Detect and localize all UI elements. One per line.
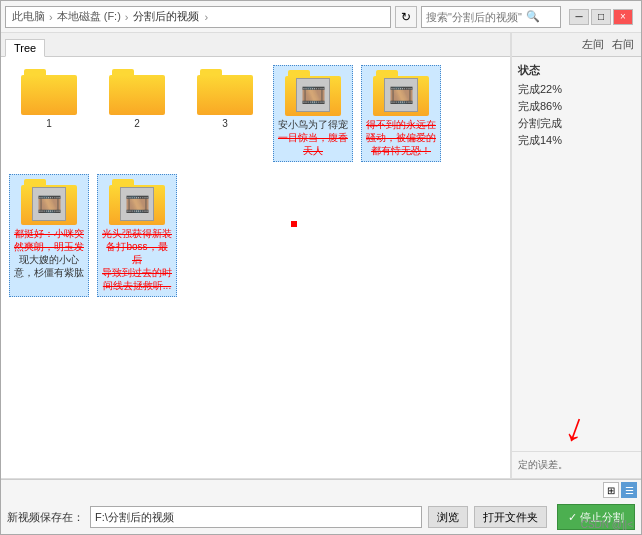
bottom-save-row: 新视频保存在： F:\分割后的视频 浏览 打开文件夹 ✓ 停止分割 xyxy=(1,500,641,534)
search-icon[interactable]: 🔍 xyxy=(526,10,540,23)
file-label: 2 xyxy=(134,117,140,130)
list-item[interactable]: 🎞️ 都挺好：小咪突然爽朗，明玉发 现大嫂的小心意，杉僵有紫肱 xyxy=(9,174,89,297)
folder-icon xyxy=(197,69,253,115)
arrow-container: ↓ xyxy=(512,387,641,451)
file-browser: Tree 1 2 xyxy=(1,33,511,478)
left-panel-btn[interactable]: 左间 xyxy=(579,37,607,52)
close-button[interactable]: × xyxy=(613,9,633,25)
folder-icon: 🎞️ xyxy=(109,179,165,225)
status-list: 状态 完成22% 完成86% 分割完成 完成14% xyxy=(512,57,641,387)
folder-icon xyxy=(21,69,77,115)
minimize-button[interactable]: ─ xyxy=(569,9,589,25)
status-item-3: 分割完成 xyxy=(518,116,635,131)
indicator-dot xyxy=(291,221,297,227)
breadcrumb-disk: 本地磁盘 (F:) xyxy=(57,9,121,24)
list-item[interactable]: 1 xyxy=(9,65,89,162)
status-item-2: 完成86% xyxy=(518,99,635,114)
watermark: CSDN @||< xyxy=(581,519,633,530)
list-view-btn[interactable]: ☰ xyxy=(621,482,637,498)
folder-thumbnail: 🎞️ xyxy=(296,78,330,112)
pagination-area: ⊞ ☰ xyxy=(1,479,641,500)
grid-view-btn[interactable]: ⊞ xyxy=(603,482,619,498)
folder-body xyxy=(21,75,77,115)
file-label: 都挺好：小咪突然爽朗，明玉发 现大嫂的小心意，杉僵有紫肱 xyxy=(14,227,84,279)
folder-icon: 🎞️ xyxy=(21,179,77,225)
list-item[interactable]: 🎞️ 安小鸟为了得宠 一目惊当，腹香天人 xyxy=(273,65,353,162)
folder-icon: 🎞️ xyxy=(373,70,429,116)
breadcrumb-sep2: › xyxy=(125,11,129,23)
folder-thumbnail: 🎞️ xyxy=(120,187,154,221)
tab-tree[interactable]: Tree xyxy=(5,39,45,57)
file-label: 光头强获得新装备打boss，最后 导致到过去的时间线去拯救听... xyxy=(102,227,172,292)
status-item-1: 完成22% xyxy=(518,82,635,97)
breadcrumb-pc: 此电脑 xyxy=(12,9,45,24)
search-area: 🔍 xyxy=(421,6,561,28)
breadcrumb-current: 分割后的视频 xyxy=(133,9,199,24)
maximize-button[interactable]: □ xyxy=(591,9,611,25)
right-panel-header: 左间 右间 xyxy=(512,33,641,57)
file-grid: 1 2 3 xyxy=(1,57,510,478)
tab-bar: Tree xyxy=(1,33,510,57)
file-label: 得不到的永远在骚动，被偏爱的 都有恃无恐！ xyxy=(366,118,436,157)
window-controls: ─ □ × xyxy=(565,9,637,25)
top-bar: 此电脑 › 本地磁盘 (F:) › 分割后的视频 › ↻ 🔍 ─ □ × xyxy=(1,1,641,33)
content-area: Tree 1 2 xyxy=(1,33,641,478)
file-label: 1 xyxy=(46,117,52,130)
list-item[interactable]: 🎞️ 光头强获得新装备打boss，最后 导致到过去的时间线去拯救听... xyxy=(97,174,177,297)
browse-button[interactable]: 浏览 xyxy=(428,506,468,528)
file-label: 安小鸟为了得宠 一目惊当，腹香天人 xyxy=(278,118,348,157)
list-item[interactable]: 🎞️ 得不到的永远在骚动，被偏爱的 都有恃无恐！ xyxy=(361,65,441,162)
refresh-button[interactable]: ↻ xyxy=(395,6,417,28)
list-item[interactable]: 3 xyxy=(185,65,265,162)
status-item-4: 完成14% xyxy=(518,133,635,148)
bottom-area: ⊞ ☰ 新视频保存在： F:\分割后的视频 浏览 打开文件夹 ✓ 停止分割 CS… xyxy=(1,478,641,534)
list-item[interactable]: 2 xyxy=(97,65,177,162)
open-folder-button[interactable]: 打开文件夹 xyxy=(474,506,547,528)
folder-thumbnail: 🎞️ xyxy=(32,187,66,221)
save-path-display: F:\分割后的视频 xyxy=(90,506,422,528)
breadcrumb-sep1: › xyxy=(49,11,53,23)
folder-thumbnail: 🎞️ xyxy=(384,78,418,112)
status-header: 状态 xyxy=(518,63,635,78)
folder-body xyxy=(109,75,165,115)
folder-icon: 🎞️ xyxy=(285,70,341,116)
breadcrumb[interactable]: 此电脑 › 本地磁盘 (F:) › 分割后的视频 › xyxy=(5,6,391,28)
search-input[interactable] xyxy=(426,11,526,23)
folder-body xyxy=(197,75,253,115)
save-label: 新视频保存在： xyxy=(7,510,84,525)
right-panel-btn[interactable]: 右间 xyxy=(609,37,637,52)
folder-icon xyxy=(109,69,165,115)
breadcrumb-arrow: › xyxy=(205,11,209,23)
file-label: 3 xyxy=(222,117,228,130)
right-panel: 左间 右间 状态 完成22% 完成86% 分割完成 完成14% ↓ 定的误差。 xyxy=(511,33,641,478)
